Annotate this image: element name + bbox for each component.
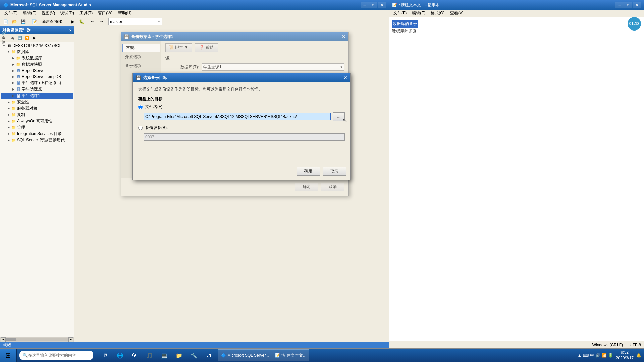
- nav-backup-options[interactable]: 备份选项: [122, 62, 160, 70]
- db-select[interactable]: 学生选课1 ▼: [202, 63, 344, 71]
- ssms-maximize-btn[interactable]: □: [369, 2, 377, 8]
- replication-node[interactable]: ▶ 📁 复制: [1, 112, 73, 118]
- server-objects-node[interactable]: ▶ 📁 服务器对象: [1, 105, 73, 112]
- security-node[interactable]: ▶ 📁 安全性: [1, 99, 73, 105]
- connect-btn[interactable]: 🔗 连接: [2, 35, 8, 41]
- nav-media[interactable]: 介质选项: [122, 53, 160, 61]
- scroll-track[interactable]: [6, 338, 68, 341]
- task-view-btn[interactable]: ⧉: [99, 349, 112, 362]
- explorer-btn[interactable]: 📁: [172, 349, 186, 362]
- tools-btn[interactable]: 🔧: [187, 349, 201, 362]
- store-btn[interactable]: 🛍: [128, 349, 142, 362]
- menu-view[interactable]: 视图(V): [39, 10, 58, 17]
- reportserver-node[interactable]: ▶ 🗄 ReportServer: [1, 68, 73, 74]
- sql-agent-node[interactable]: ▶ 📁 SQL Server 代理(已禁用代: [1, 137, 73, 143]
- files2-btn[interactable]: 🗂: [202, 349, 215, 362]
- notepad-maximize-btn[interactable]: □: [624, 2, 632, 8]
- backup-ok-btn[interactable]: 确定: [295, 183, 318, 191]
- management-node[interactable]: ▶ 📁 管理: [1, 124, 73, 131]
- backup-dialog-close[interactable]: ✕: [342, 34, 346, 39]
- notepad-minimize-btn[interactable]: ─: [615, 2, 624, 8]
- taskbar-search[interactable]: 🔍: [19, 351, 93, 360]
- scroll-left-btn[interactable]: ◀: [1, 337, 6, 342]
- expand-btn[interactable]: ▶: [31, 35, 38, 41]
- notepad-format[interactable]: 格式(O): [428, 10, 447, 17]
- new-query-btn2[interactable]: 新建查询(N): [39, 18, 66, 25]
- databases-node[interactable]: ▼ 📁 数据库: [1, 49, 73, 55]
- start-button[interactable]: ⊞: [0, 349, 17, 362]
- menu-debug[interactable]: 调试(D): [58, 10, 77, 17]
- reportservertempdb-node[interactable]: ▶ 🗄 ReportServerTempDB: [1, 74, 73, 80]
- obj-explorer-close[interactable]: ✕: [69, 28, 72, 32]
- target-dialog-close[interactable]: ✕: [343, 75, 347, 80]
- panel-scrollbar[interactable]: ◀ ▶: [0, 337, 74, 342]
- filename-radio[interactable]: [138, 105, 143, 109]
- lang-indicator[interactable]: 中: [590, 353, 594, 358]
- menu-edit[interactable]: 编辑(E): [20, 10, 39, 17]
- sobj-expand: ▶: [6, 107, 11, 110]
- redo-btn[interactable]: ↪: [97, 18, 105, 25]
- ssms-minimize-btn[interactable]: ─: [361, 2, 369, 8]
- notification-btn[interactable]: 🔔: [636, 353, 641, 358]
- menu-file[interactable]: 文件(F): [2, 10, 20, 17]
- student-restoring-node[interactable]: ▶ 🗄 学生选课 (正在还原...): [1, 80, 73, 86]
- so-expand: ▶: [11, 88, 16, 91]
- notepad-file[interactable]: 文件(F): [391, 10, 409, 17]
- device-radio[interactable]: [138, 126, 143, 130]
- search-input[interactable]: [28, 353, 85, 358]
- notepad-titlebar: 📝 *新建文本文... - 记事本 ─ □ ✕: [389, 0, 644, 10]
- edge-btn[interactable]: 🌐: [113, 349, 127, 362]
- backup-cancel-btn[interactable]: 取消: [321, 183, 344, 191]
- network-icon[interactable]: 📶: [602, 353, 607, 358]
- system-db-node[interactable]: ▶ 📁 系统数据库: [1, 55, 73, 61]
- scroll-right-btn[interactable]: ▶: [68, 337, 73, 342]
- new-btn[interactable]: 📄: [2, 18, 10, 25]
- execute-btn[interactable]: ▶: [69, 18, 77, 25]
- statusbar-crlf: Windows (CRLF): [592, 343, 623, 347]
- undo-btn[interactable]: ↩: [89, 18, 97, 25]
- pc-btn[interactable]: 💻: [158, 349, 171, 362]
- keyboard-icon[interactable]: ⌨: [583, 353, 589, 358]
- groove-btn[interactable]: 🎵: [143, 349, 156, 362]
- taskbar-clock[interactable]: 9:52 2020/3/17: [616, 350, 634, 361]
- open-btn[interactable]: 📂: [10, 18, 18, 25]
- notepad-edit[interactable]: 编辑(E): [409, 10, 428, 17]
- volume-icon[interactable]: 🔊: [595, 353, 600, 358]
- notepad-line2: 数据库的还原: [392, 28, 641, 35]
- browse-btn[interactable]: ... ↖: [333, 112, 345, 121]
- notepad-close-btn[interactable]: ✕: [633, 2, 641, 8]
- arrow-up-icon[interactable]: ▲: [578, 353, 582, 358]
- help-btn[interactable]: ❓ 帮助: [195, 43, 218, 52]
- ssms-taskbar-btn[interactable]: 🔷 Microsoft SQL Server...: [218, 349, 272, 361]
- snapshot-node[interactable]: ▶ 📁 数据库快照: [1, 61, 73, 68]
- debug-btn[interactable]: 🐛: [77, 18, 86, 25]
- target-cancel-btn[interactable]: 取消: [323, 167, 346, 176]
- db-selector[interactable]: master ▼: [108, 18, 162, 25]
- menu-tools[interactable]: 工具(T): [77, 10, 95, 17]
- target-ok-btn[interactable]: 确定: [297, 167, 320, 176]
- battery-icon[interactable]: 🔋: [608, 353, 613, 358]
- ssms-close-btn[interactable]: ✕: [378, 2, 386, 8]
- notepad-taskbar-btn[interactable]: 📝 *新建文本文...: [272, 349, 310, 361]
- menu-help[interactable]: 帮助(H): [115, 10, 135, 17]
- new-query-btn[interactable]: 📝: [30, 18, 38, 25]
- server-node[interactable]: ▼ 🖥 DESKTOP-K27M9O7 (SQL: [1, 43, 73, 49]
- filter-btn[interactable]: 🔽: [24, 35, 31, 41]
- notepad-titlebar-btns: ─ □ ✕: [615, 2, 641, 8]
- save-btn[interactable]: 💾: [19, 18, 27, 25]
- script-btn[interactable]: 📜 脚本 ▼: [165, 43, 192, 52]
- student-original-node[interactable]: ▶ 🗄 学生选课原: [1, 86, 73, 93]
- integration-services-node[interactable]: ▶ 📁 Integration Services 目录: [1, 131, 73, 137]
- student1-node[interactable]: ▶ 🗄 学生选课1: [1, 93, 73, 99]
- backup-dialog-icon: 💾: [124, 34, 129, 39]
- notepad-view[interactable]: 查看(V): [447, 10, 466, 17]
- disconnect-btn[interactable]: 🔌: [9, 35, 16, 41]
- filename-input[interactable]: C:\Program Files\Microsoft SQL Server\MS…: [144, 113, 331, 120]
- refresh-btn[interactable]: 🔄: [16, 35, 23, 41]
- nav-general[interactable]: 常规: [122, 44, 160, 52]
- notepad-taskbar-icon: 📝: [275, 353, 280, 358]
- rs-expand: ▶: [11, 69, 16, 72]
- alwayson-node[interactable]: ▶ 📁 AlwaysOn 高可用性: [1, 118, 73, 124]
- notepad-content[interactable]: 数据库的备份 数据库的还原: [389, 17, 644, 38]
- menu-window[interactable]: 窗口(W): [95, 10, 115, 17]
